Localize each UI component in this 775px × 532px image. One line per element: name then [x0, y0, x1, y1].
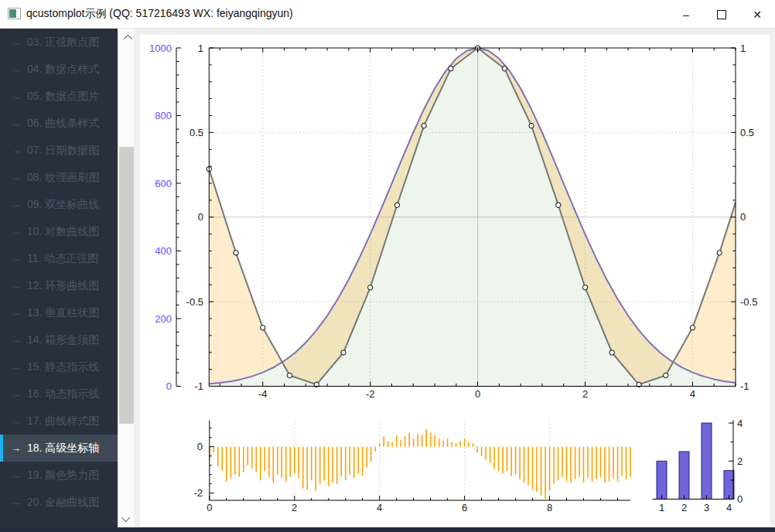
svg-text:6: 6: [462, 502, 467, 513]
svg-text:8: 8: [547, 502, 552, 513]
svg-text:0: 0: [475, 388, 480, 400]
svg-text:0.5: 0.5: [189, 127, 203, 138]
svg-text:1: 1: [659, 502, 664, 513]
svg-text:4: 4: [690, 388, 695, 400]
svg-text:800: 800: [155, 110, 172, 121]
svg-text:0: 0: [166, 380, 172, 392]
svg-text:400: 400: [155, 245, 172, 257]
svg-text:-0.5: -0.5: [740, 296, 757, 308]
svg-text:2: 2: [582, 388, 588, 400]
svg-text:1000: 1000: [149, 43, 172, 54]
svg-text:4: 4: [737, 418, 743, 429]
svg-text:4: 4: [726, 502, 732, 513]
svg-text:1: 1: [740, 43, 746, 54]
svg-text:2: 2: [681, 502, 687, 513]
svg-text:-1: -1: [194, 380, 203, 392]
svg-text:0.5: 0.5: [740, 127, 754, 138]
window-bottom-edge: [0, 527, 775, 532]
svg-text:200: 200: [155, 313, 172, 325]
svg-text:0: 0: [198, 211, 203, 223]
svg-text:0: 0: [737, 493, 743, 505]
svg-text:2: 2: [737, 455, 743, 467]
svg-text:4: 4: [377, 502, 382, 513]
svg-text:0: 0: [207, 502, 212, 513]
svg-text:-1: -1: [740, 380, 749, 392]
svg-text:-2: -2: [366, 388, 375, 400]
svg-text:2: 2: [292, 502, 297, 513]
svg-text:0: 0: [740, 211, 746, 223]
application-window: qcustomplot示例 (QQ: 517216493 WX: feiyang…: [0, 0, 775, 532]
svg-text:-0.5: -0.5: [186, 296, 203, 308]
svg-text:1: 1: [198, 43, 203, 54]
plot-canvas[interactable]: -4-202410.50-0.5-110.50-0.5-110008006004…: [0, 0, 775, 532]
svg-text:3: 3: [704, 502, 709, 513]
svg-text:0: 0: [197, 441, 203, 452]
svg-text:-4: -4: [258, 388, 268, 400]
svg-text:-2: -2: [193, 487, 203, 499]
svg-text:600: 600: [155, 178, 172, 189]
